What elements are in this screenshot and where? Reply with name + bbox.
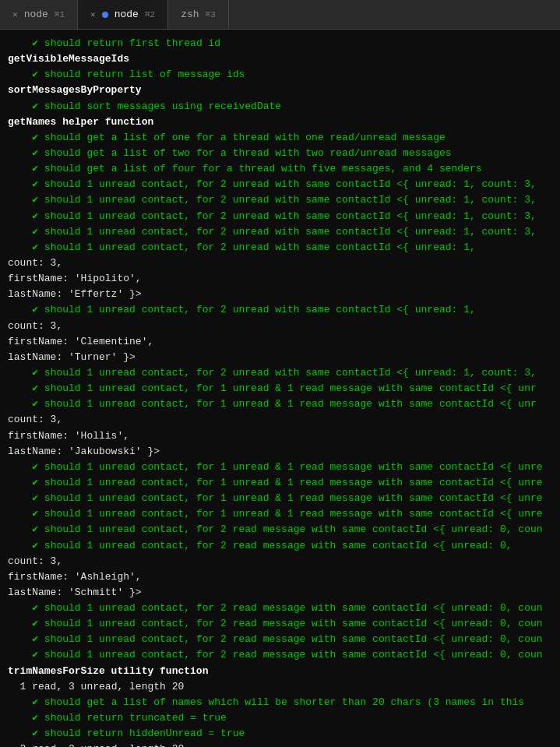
terminal-line: ✔ should get a list of two for a thread … bbox=[8, 146, 552, 161]
terminal-line: count: 3, bbox=[8, 319, 552, 334]
tab-bar: ✕ node ⌘1 ✕ node ⌘2 zsh ⌘3 bbox=[0, 0, 560, 30]
close-icon-1[interactable]: ✕ bbox=[12, 9, 18, 19]
terminal-line: ✔ should 1 unread contact, for 1 unread … bbox=[8, 396, 552, 412]
terminal-window: ✕ node ⌘1 ✕ node ⌘2 zsh ⌘3 ✔ should retu… bbox=[0, 0, 560, 747]
terminal-line: lastName: 'Jakubowski' }> bbox=[8, 444, 552, 460]
tab-shortcut-1: ⌘1 bbox=[55, 9, 65, 19]
terminal-line: ✔ should get a list of four for a thread… bbox=[8, 161, 552, 177]
terminal-line: ✔ should 1 unread contact, for 2 read me… bbox=[8, 632, 552, 647]
terminal-line: ✔ should 1 unread contact, for 2 read me… bbox=[8, 538, 552, 554]
terminal-line: firstName: 'Clementine', bbox=[8, 334, 552, 350]
tab-zsh[interactable]: zsh ⌘3 bbox=[168, 0, 229, 29]
terminal-line: firstName: 'Hipolito', bbox=[8, 271, 552, 287]
terminal-line: lastName: 'Schmitt' }> bbox=[8, 585, 552, 601]
terminal-line: ✔ should 1 unread contact, for 2 read me… bbox=[8, 522, 552, 537]
terminal-line: ✔ should 1 unread contact, for 1 unread … bbox=[8, 491, 552, 506]
terminal-line: count: 3, bbox=[8, 412, 552, 428]
tab-shortcut-3: ⌘3 bbox=[206, 9, 216, 19]
terminal-line: lastName: 'Turner' }> bbox=[8, 350, 552, 365]
tab-node-1[interactable]: ✕ node ⌘1 bbox=[0, 0, 78, 29]
terminal-line: ✔ should get a list of one for a thread … bbox=[8, 130, 552, 146]
terminal-line: count: 3, bbox=[8, 554, 552, 569]
terminal-line: ✔ should 1 unread contact, for 2 unread … bbox=[8, 192, 552, 208]
terminal-line: ✔ should return truncated = true bbox=[8, 710, 552, 726]
tab-shortcut-2: ⌘2 bbox=[145, 9, 155, 19]
terminal-line: lastName: 'Effertz' }> bbox=[8, 287, 552, 302]
close-icon-2[interactable]: ✕ bbox=[90, 9, 96, 19]
tab-node-2[interactable]: ✕ node ⌘2 bbox=[78, 0, 168, 29]
terminal-output: ✔ should return first thread idgetVisibl… bbox=[0, 30, 560, 747]
terminal-line: ✔ should 1 unread contact, for 1 unread … bbox=[8, 506, 552, 522]
terminal-line: ✔ should 1 unread contact, for 2 unread … bbox=[8, 224, 552, 240]
terminal-line: ✔ should 1 unread contact, for 1 unread … bbox=[8, 460, 552, 475]
terminal-line: ✔ should return hiddenUnread = true bbox=[8, 726, 552, 742]
terminal-line: ✔ should 1 unread contact, for 2 read me… bbox=[8, 616, 552, 632]
terminal-line: trimNamesForSize utility function bbox=[8, 664, 552, 679]
terminal-line: ✔ should sort messages using receivedDat… bbox=[8, 99, 552, 115]
active-dot bbox=[102, 12, 108, 18]
tab-label-1: node bbox=[24, 9, 48, 20]
terminal-line: getVisibleMessageIds bbox=[8, 51, 552, 67]
terminal-line: 2 read, 2 unread, length 20 bbox=[8, 742, 552, 747]
terminal-line: firstName: 'Hollis', bbox=[8, 428, 552, 444]
terminal-line: getNames helper function bbox=[8, 115, 552, 130]
terminal-line: ✔ should return list of message ids bbox=[8, 67, 552, 83]
terminal-line: ✔ should 1 unread contact, for 2 unread … bbox=[8, 177, 552, 192]
terminal-line: ✔ should 1 unread contact, for 2 unread … bbox=[8, 302, 552, 318]
terminal-line: 1 read, 3 unread, length 20 bbox=[8, 679, 552, 695]
terminal-line: firstName: 'Ashleigh', bbox=[8, 569, 552, 585]
terminal-line: ✔ should 1 unread contact, for 2 unread … bbox=[8, 240, 552, 255]
terminal-line: ✔ should 1 unread contact, for 2 unread … bbox=[8, 365, 552, 381]
terminal-line: count: 3, bbox=[8, 255, 552, 271]
tab-label-3: zsh bbox=[181, 9, 199, 20]
terminal-line: sortMessagesByProperty bbox=[8, 83, 552, 98]
terminal-line: ✔ should 1 unread contact, for 2 unread … bbox=[8, 209, 552, 224]
terminal-line: ✔ should 1 unread contact, for 1 unread … bbox=[8, 381, 552, 396]
terminal-line: ✔ should return first thread id bbox=[8, 36, 552, 51]
terminal-line: ✔ should 1 unread contact, for 2 read me… bbox=[8, 601, 552, 616]
tab-label-2: node bbox=[114, 9, 139, 20]
terminal-line: ✔ should 1 unread contact, for 2 read me… bbox=[8, 647, 552, 663]
terminal-line: ✔ should get a list of names which will … bbox=[8, 695, 552, 710]
terminal-line: ✔ should 1 unread contact, for 1 unread … bbox=[8, 475, 552, 491]
